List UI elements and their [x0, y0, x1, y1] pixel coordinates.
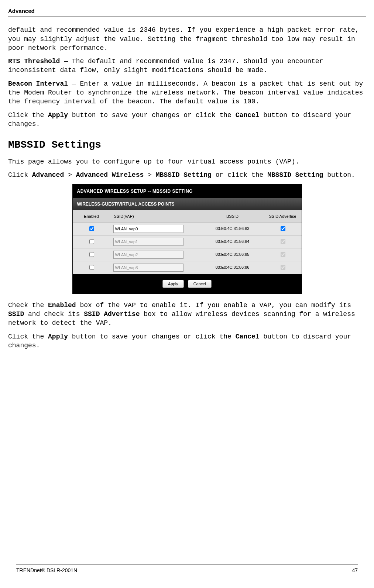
frag-paragraph: default and recommended value is 2346 by… [8, 25, 366, 52]
nav-mbssid-btn: MBSSID Setting [267, 171, 323, 179]
mbssid-intro: This page allows you to configure up to … [8, 157, 366, 166]
col-adv: SSID Advertise [264, 210, 302, 222]
table-row: 00:E0:4C:81:86:86 [73, 261, 302, 274]
beacon-paragraph: Beacon Interval — Enter a value in milli… [8, 79, 366, 106]
t: button to save your changes or click the [68, 333, 236, 340]
ssid-input [113, 238, 183, 246]
panel-subtitle: WIRELESS-GUEST/VIRTUAL ACCESS POINTS [73, 198, 302, 210]
rts-label: RTS Threshold [8, 58, 60, 65]
enabled-checkbox[interactable] [89, 226, 94, 231]
cancel-word-2: Cancel [236, 333, 260, 340]
apply-button[interactable]: Apply [162, 280, 184, 288]
t: > [144, 171, 155, 179]
t: > [64, 171, 76, 179]
bssid-cell: 00:E0:4C:81:86:86 [201, 261, 264, 274]
apply-word: Apply [48, 111, 68, 119]
ssid-advertise-checkbox[interactable] [281, 226, 285, 231]
col-bssid: BSSID [201, 210, 264, 222]
enabled-checkbox[interactable] [89, 265, 94, 270]
bssid-cell: 00:E0:4C:81:86:85 [201, 248, 264, 261]
cancel-word: Cancel [236, 111, 260, 119]
screenshot-container: ADVANCED WIRELESS SETUP -- MBSSID SETTIN… [8, 184, 366, 294]
cancel-button[interactable]: Cancel [188, 280, 212, 288]
nav-mbssid: MBSSID Setting [156, 171, 212, 179]
nav-advanced: Advanced [32, 171, 64, 179]
nav-adv-wireless: Advanced Wireless [76, 171, 144, 179]
ssid-advertise-checkbox [281, 239, 285, 244]
col-enabled: Enabled [73, 210, 110, 222]
t: Click [8, 171, 32, 179]
table-row: 00:E0:4C:81:86:84 [73, 235, 302, 248]
table-row: 00:E0:4C:81:86:85 [73, 248, 302, 261]
ssid-input [113, 264, 183, 272]
page-footer: TRENDnet® DSLR-2001N 47 [16, 564, 358, 574]
after-paragraph-1: Check the Enabled box of the VAP to enab… [8, 301, 366, 328]
ssid-advertise-checkbox [281, 265, 285, 270]
header-title: Advanced [8, 8, 35, 14]
after-paragraph-2: Click the Apply button to save your chan… [8, 332, 366, 350]
enabled-checkbox[interactable] [89, 239, 94, 244]
ssid-input[interactable] [113, 225, 183, 233]
ssid-word: SSID [8, 310, 24, 318]
section-heading: MBSSID Settings [8, 138, 366, 152]
t: or click the [212, 171, 267, 179]
mbssid-panel: ADVANCED WIRELESS SETUP -- MBSSID SETTIN… [72, 184, 302, 294]
vap-table: Enabled SSID(VAP) BSSID SSID Advertise 0… [73, 210, 302, 274]
vap-table-area: Enabled SSID(VAP) BSSID SSID Advertise 0… [73, 210, 302, 274]
t: button. [323, 171, 355, 179]
panel-title: ADVANCED WIRELESS SETUP -- MBSSID SETTIN… [73, 185, 302, 198]
t: and check its [24, 310, 84, 318]
enabled-checkbox[interactable] [89, 252, 94, 257]
beacon-label: Beacon Interval [8, 80, 68, 87]
enabled-word: Enabled [48, 302, 76, 309]
t: Check the [8, 302, 48, 309]
t: Click the [8, 333, 48, 340]
bssid-cell: 00:E0:4C:81:86:84 [201, 235, 264, 248]
t: Click the [8, 111, 48, 119]
apply-paragraph-1: Click the Apply button to save your chan… [8, 111, 366, 129]
footer-left: TRENDnet® DSLR-2001N [16, 567, 77, 574]
t: button to save your changes or click the [68, 111, 236, 119]
table-row: 00:E0:4C:81:86:83 [73, 222, 302, 235]
col-ssid: SSID(VAP) [110, 210, 201, 222]
bssid-cell: 00:E0:4C:81:86:83 [201, 222, 264, 235]
t: box of the VAP to enable it. If you enab… [76, 302, 351, 309]
footer-page-number: 47 [352, 567, 358, 574]
ssid-input [113, 251, 183, 259]
ssid-adv-word: SSID Advertise [84, 310, 140, 318]
ssid-advertise-checkbox [281, 252, 285, 257]
nav-path: Click Advanced > Advanced Wireless > MBS… [8, 171, 366, 179]
apply-word-2: Apply [48, 333, 68, 340]
button-bar: Apply Cancel [73, 274, 302, 294]
rts-paragraph: RTS Threshold — The default and recommen… [8, 57, 366, 75]
page-header: Advanced [8, 7, 366, 17]
